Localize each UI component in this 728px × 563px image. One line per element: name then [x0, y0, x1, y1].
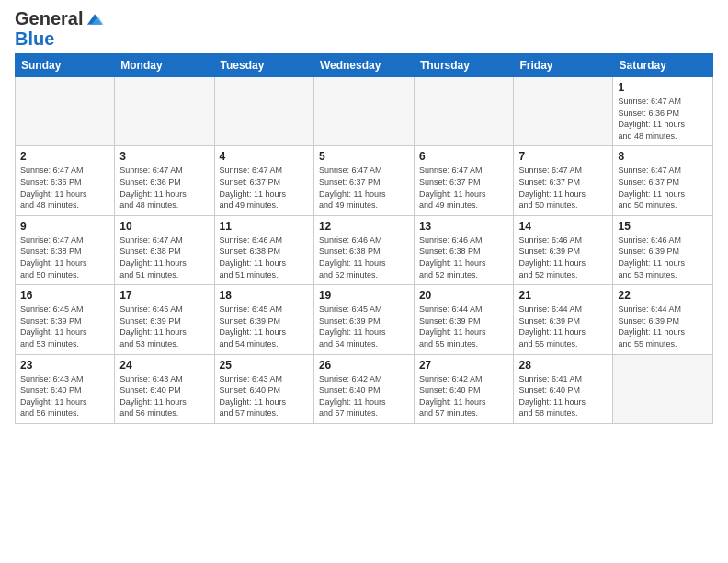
day-number: 14	[518, 220, 608, 233]
logo: General Blue	[15, 9, 105, 48]
day-info: Sunrise: 6:43 AM Sunset: 6:40 PM Dayligh…	[20, 373, 109, 419]
page: General Blue SundayMondayTuesdayWednesda…	[0, 0, 728, 563]
calendar-cell: 11Sunrise: 6:46 AM Sunset: 6:38 PM Dayli…	[214, 215, 313, 284]
calendar-cell: 14Sunrise: 6:46 AM Sunset: 6:39 PM Dayli…	[514, 215, 613, 284]
calendar-header-row: SundayMondayTuesdayWednesdayThursdayFrid…	[16, 54, 713, 77]
day-number: 19	[319, 289, 409, 302]
day-number: 11	[220, 220, 309, 233]
calendar-week-2: 2Sunrise: 6:47 AM Sunset: 6:36 PM Daylig…	[16, 146, 713, 215]
calendar-cell	[414, 77, 514, 146]
calendar-cell	[16, 77, 115, 146]
day-info: Sunrise: 6:42 AM Sunset: 6:40 PM Dayligh…	[419, 373, 509, 419]
day-number: 27	[419, 359, 509, 372]
day-number: 2	[20, 150, 109, 163]
day-info: Sunrise: 6:46 AM Sunset: 6:39 PM Dayligh…	[618, 235, 708, 281]
day-number: 3	[119, 150, 209, 163]
calendar-cell: 2Sunrise: 6:47 AM Sunset: 6:36 PM Daylig…	[16, 146, 115, 215]
calendar-cell: 17Sunrise: 6:45 AM Sunset: 6:39 PM Dayli…	[115, 285, 214, 354]
day-info: Sunrise: 6:46 AM Sunset: 6:39 PM Dayligh…	[518, 235, 608, 281]
calendar-cell: 26Sunrise: 6:42 AM Sunset: 6:40 PM Dayli…	[313, 354, 414, 423]
calendar-cell: 21Sunrise: 6:44 AM Sunset: 6:39 PM Dayli…	[514, 285, 613, 354]
calendar-week-4: 16Sunrise: 6:45 AM Sunset: 6:39 PM Dayli…	[16, 285, 713, 354]
day-number: 22	[618, 289, 708, 302]
calendar-cell: 22Sunrise: 6:44 AM Sunset: 6:39 PM Dayli…	[613, 285, 713, 354]
calendar-header-sunday: Sunday	[16, 54, 115, 77]
day-number: 9	[20, 220, 109, 233]
day-info: Sunrise: 6:44 AM Sunset: 6:39 PM Dayligh…	[618, 304, 708, 350]
calendar-cell	[613, 354, 713, 423]
calendar-cell: 6Sunrise: 6:47 AM Sunset: 6:37 PM Daylig…	[414, 146, 514, 215]
logo-icon	[85, 9, 105, 29]
day-info: Sunrise: 6:46 AM Sunset: 6:38 PM Dayligh…	[419, 235, 509, 281]
header: General Blue	[15, 9, 713, 48]
day-info: Sunrise: 6:47 AM Sunset: 6:38 PM Dayligh…	[119, 235, 209, 281]
calendar-header-tuesday: Tuesday	[214, 54, 313, 77]
calendar-cell: 28Sunrise: 6:41 AM Sunset: 6:40 PM Dayli…	[514, 354, 613, 423]
day-number: 16	[20, 289, 109, 302]
calendar-cell	[313, 77, 414, 146]
day-info: Sunrise: 6:44 AM Sunset: 6:39 PM Dayligh…	[419, 304, 509, 350]
day-info: Sunrise: 6:42 AM Sunset: 6:40 PM Dayligh…	[319, 373, 409, 419]
day-info: Sunrise: 6:43 AM Sunset: 6:40 PM Dayligh…	[119, 373, 209, 419]
day-info: Sunrise: 6:47 AM Sunset: 6:36 PM Dayligh…	[119, 165, 209, 211]
day-number: 28	[518, 359, 608, 372]
day-number: 24	[119, 359, 209, 372]
calendar-cell: 13Sunrise: 6:46 AM Sunset: 6:38 PM Dayli…	[414, 215, 514, 284]
calendar-cell: 18Sunrise: 6:45 AM Sunset: 6:39 PM Dayli…	[214, 285, 313, 354]
calendar-cell	[214, 77, 313, 146]
day-number: 4	[220, 150, 309, 163]
day-number: 12	[319, 220, 409, 233]
day-number: 8	[618, 150, 708, 163]
calendar-cell: 4Sunrise: 6:47 AM Sunset: 6:37 PM Daylig…	[214, 146, 313, 215]
day-info: Sunrise: 6:47 AM Sunset: 6:37 PM Dayligh…	[319, 165, 409, 211]
calendar-week-1: 1Sunrise: 6:47 AM Sunset: 6:36 PM Daylig…	[16, 77, 713, 146]
day-info: Sunrise: 6:45 AM Sunset: 6:39 PM Dayligh…	[20, 304, 109, 350]
day-number: 26	[319, 359, 409, 372]
day-info: Sunrise: 6:44 AM Sunset: 6:39 PM Dayligh…	[518, 304, 608, 350]
calendar-header-wednesday: Wednesday	[313, 54, 414, 77]
day-number: 13	[419, 220, 509, 233]
calendar-cell: 9Sunrise: 6:47 AM Sunset: 6:38 PM Daylig…	[16, 215, 115, 284]
day-number: 18	[220, 289, 309, 302]
day-info: Sunrise: 6:45 AM Sunset: 6:39 PM Dayligh…	[220, 304, 309, 350]
calendar-cell: 5Sunrise: 6:47 AM Sunset: 6:37 PM Daylig…	[313, 146, 414, 215]
day-info: Sunrise: 6:47 AM Sunset: 6:37 PM Dayligh…	[419, 165, 509, 211]
calendar-cell: 7Sunrise: 6:47 AM Sunset: 6:37 PM Daylig…	[514, 146, 613, 215]
logo-blue-text: Blue	[15, 29, 105, 48]
day-info: Sunrise: 6:47 AM Sunset: 6:36 PM Dayligh…	[618, 96, 708, 142]
day-number: 21	[518, 289, 608, 302]
calendar-header-monday: Monday	[115, 54, 214, 77]
day-info: Sunrise: 6:47 AM Sunset: 6:37 PM Dayligh…	[518, 165, 608, 211]
day-number: 17	[119, 289, 209, 302]
day-info: Sunrise: 6:47 AM Sunset: 6:37 PM Dayligh…	[220, 165, 309, 211]
calendar-header-friday: Friday	[514, 54, 613, 77]
calendar-cell	[115, 77, 214, 146]
calendar-cell: 10Sunrise: 6:47 AM Sunset: 6:38 PM Dayli…	[115, 215, 214, 284]
calendar-week-3: 9Sunrise: 6:47 AM Sunset: 6:38 PM Daylig…	[16, 215, 713, 284]
day-info: Sunrise: 6:43 AM Sunset: 6:40 PM Dayligh…	[220, 373, 309, 419]
day-number: 10	[119, 220, 209, 233]
day-number: 25	[220, 359, 309, 372]
day-info: Sunrise: 6:41 AM Sunset: 6:40 PM Dayligh…	[518, 373, 608, 419]
calendar-cell: 25Sunrise: 6:43 AM Sunset: 6:40 PM Dayli…	[214, 354, 313, 423]
day-number: 7	[518, 150, 608, 163]
calendar-cell: 23Sunrise: 6:43 AM Sunset: 6:40 PM Dayli…	[16, 354, 115, 423]
logo-general-text: General	[15, 8, 83, 29]
calendar-header-saturday: Saturday	[613, 54, 713, 77]
day-number: 1	[618, 81, 708, 94]
calendar-cell: 8Sunrise: 6:47 AM Sunset: 6:37 PM Daylig…	[613, 146, 713, 215]
day-number: 15	[618, 220, 708, 233]
day-info: Sunrise: 6:47 AM Sunset: 6:36 PM Dayligh…	[20, 165, 109, 211]
day-info: Sunrise: 6:47 AM Sunset: 6:37 PM Dayligh…	[618, 165, 708, 211]
day-number: 5	[319, 150, 409, 163]
calendar-cell: 3Sunrise: 6:47 AM Sunset: 6:36 PM Daylig…	[115, 146, 214, 215]
calendar-cell: 15Sunrise: 6:46 AM Sunset: 6:39 PM Dayli…	[613, 215, 713, 284]
day-number: 20	[419, 289, 509, 302]
day-info: Sunrise: 6:45 AM Sunset: 6:39 PM Dayligh…	[119, 304, 209, 350]
day-number: 23	[20, 359, 109, 372]
day-info: Sunrise: 6:46 AM Sunset: 6:38 PM Dayligh…	[319, 235, 409, 281]
calendar-cell: 16Sunrise: 6:45 AM Sunset: 6:39 PM Dayli…	[16, 285, 115, 354]
calendar-week-5: 23Sunrise: 6:43 AM Sunset: 6:40 PM Dayli…	[16, 354, 713, 423]
calendar-cell: 12Sunrise: 6:46 AM Sunset: 6:38 PM Dayli…	[313, 215, 414, 284]
day-number: 6	[419, 150, 509, 163]
